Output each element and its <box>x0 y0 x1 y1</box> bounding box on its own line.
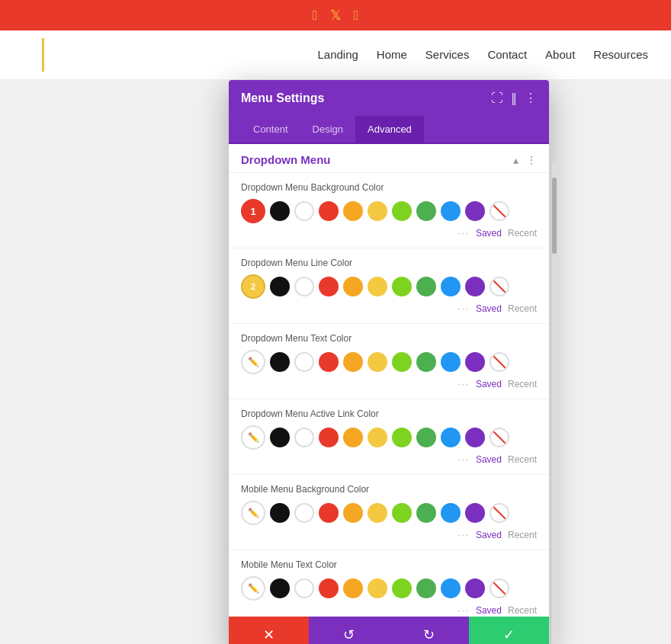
color-orange-5[interactable] <box>343 503 363 523</box>
color-black-4[interactable] <box>270 428 290 447</box>
color-orange-4[interactable] <box>343 428 363 447</box>
color-blue-3[interactable] <box>441 352 461 372</box>
chevron-up-icon[interactable]: ▴ <box>513 154 518 166</box>
color-yellow-3[interactable] <box>368 352 387 372</box>
scrollbar-thumb[interactable] <box>552 178 557 254</box>
nav-services[interactable]: Services <box>425 48 470 61</box>
color-red-5[interactable] <box>319 503 339 523</box>
color-purple-3[interactable] <box>465 352 485 372</box>
picker-plain-3[interactable]: ✏️ <box>241 350 265 374</box>
color-orange-6[interactable] <box>343 578 363 598</box>
dots-more-3[interactable]: ··· <box>458 379 470 389</box>
section-more-icon[interactable]: ⋮ <box>526 154 537 166</box>
color-white-3[interactable] <box>294 352 314 372</box>
color-blue-4[interactable] <box>441 428 461 447</box>
color-yellow-4[interactable] <box>368 428 387 447</box>
recent-btn-1[interactable]: Recent <box>508 228 537 239</box>
redo-button[interactable]: ↻ <box>389 617 469 644</box>
color-slash-1[interactable] <box>490 201 509 221</box>
recent-btn-2[interactable]: Recent <box>508 303 537 314</box>
color-red-3[interactable] <box>319 352 339 372</box>
dots-more-4[interactable]: ··· <box>458 454 470 465</box>
confirm-button[interactable]: ✓ <box>469 617 549 644</box>
dots-more-1[interactable]: ··· <box>458 228 470 239</box>
color-orange-2[interactable] <box>343 277 363 296</box>
recent-btn-3[interactable]: Recent <box>508 379 537 389</box>
nav-resources[interactable]: Resources <box>593 48 648 61</box>
fullscreen-icon[interactable]: ⛶ <box>491 91 503 105</box>
cancel-button[interactable]: ✕ <box>229 617 309 644</box>
color-green-6[interactable] <box>416 578 436 598</box>
nav-home[interactable]: Home <box>377 48 407 61</box>
color-blue-2[interactable] <box>441 277 461 296</box>
dots-more-2[interactable]: ··· <box>458 303 470 314</box>
color-blue-5[interactable] <box>441 503 461 523</box>
color-white-2[interactable] <box>294 277 314 296</box>
color-slash-4[interactable] <box>490 428 509 447</box>
color-white[interactable] <box>294 201 314 221</box>
nav-contact[interactable]: Contact <box>487 48 527 61</box>
color-red[interactable] <box>319 201 339 221</box>
color-slash-5[interactable] <box>490 503 509 523</box>
color-blue[interactable] <box>441 201 461 221</box>
close-icon[interactable]: ✕ <box>525 197 537 212</box>
color-lime-4[interactable] <box>392 428 412 447</box>
nav-about[interactable]: About <box>545 48 575 61</box>
nav-landing[interactable]: Landing <box>317 48 358 61</box>
color-yellow-6[interactable] <box>368 578 387 598</box>
linkedin-icon[interactable]:  <box>354 8 359 24</box>
color-black[interactable] <box>270 201 290 221</box>
picker-plain-5[interactable]: ✏️ <box>241 501 265 525</box>
saved-btn-5[interactable]: Saved <box>476 530 502 540</box>
color-lime-6[interactable] <box>392 578 412 598</box>
color-black-5[interactable] <box>270 503 290 523</box>
color-red-2[interactable] <box>319 277 339 296</box>
color-white-4[interactable] <box>294 428 314 447</box>
saved-btn-6[interactable]: Saved <box>476 605 502 616</box>
color-white-6[interactable] <box>294 578 314 598</box>
color-yellow-2[interactable] <box>368 277 387 296</box>
color-orange-3[interactable] <box>343 352 363 372</box>
more-icon[interactable]: ⋮ <box>525 91 537 105</box>
columns-icon[interactable]: ‖ <box>511 91 517 105</box>
twitter-icon[interactable]: 𝕏 <box>330 7 342 24</box>
color-lime-3[interactable] <box>392 352 412 372</box>
color-black-2[interactable] <box>270 277 290 296</box>
dots-more-5[interactable]: ··· <box>458 530 470 540</box>
color-black-3[interactable] <box>270 352 290 372</box>
tab-design[interactable]: Design <box>300 116 355 144</box>
color-slash-2[interactable] <box>490 277 509 296</box>
recent-btn-5[interactable]: Recent <box>508 530 537 540</box>
color-yellow-5[interactable] <box>368 503 387 523</box>
color-green-4[interactable] <box>416 428 436 447</box>
color-purple-5[interactable] <box>465 503 485 523</box>
picker-numbered-1[interactable]: 1 <box>241 199 265 223</box>
saved-btn-1[interactable]: Saved <box>476 228 502 239</box>
dots-more-6[interactable]: ··· <box>458 605 470 616</box>
color-red-6[interactable] <box>319 578 339 598</box>
color-slash-3[interactable] <box>490 352 509 372</box>
recent-btn-6[interactable]: Recent <box>508 605 537 616</box>
saved-btn-3[interactable]: Saved <box>476 379 502 389</box>
recent-btn-4[interactable]: Recent <box>508 454 537 465</box>
color-green-5[interactable] <box>416 503 436 523</box>
saved-btn-4[interactable]: Saved <box>476 454 502 465</box>
color-yellow[interactable] <box>368 201 387 221</box>
color-white-5[interactable] <box>294 503 314 523</box>
tab-content[interactable]: Content <box>241 116 300 144</box>
picker-numbered-2[interactable]: 2 <box>241 274 265 299</box>
color-orange[interactable] <box>343 201 363 221</box>
color-green-3[interactable] <box>416 352 436 372</box>
color-lime[interactable] <box>392 201 412 221</box>
saved-btn-2[interactable]: Saved <box>476 303 502 314</box>
color-green[interactable] <box>416 201 436 221</box>
undo-button[interactable]: ↺ <box>309 617 389 644</box>
color-green-2[interactable] <box>416 277 436 296</box>
picker-plain-4[interactable]: ✏️ <box>241 425 265 450</box>
color-purple-2[interactable] <box>465 277 485 296</box>
color-blue-6[interactable] <box>441 578 461 598</box>
color-red-4[interactable] <box>319 428 339 447</box>
color-lime-5[interactable] <box>392 503 412 523</box>
color-lime-2[interactable] <box>392 277 412 296</box>
picker-plain-6[interactable]: ✏️ <box>241 576 265 601</box>
